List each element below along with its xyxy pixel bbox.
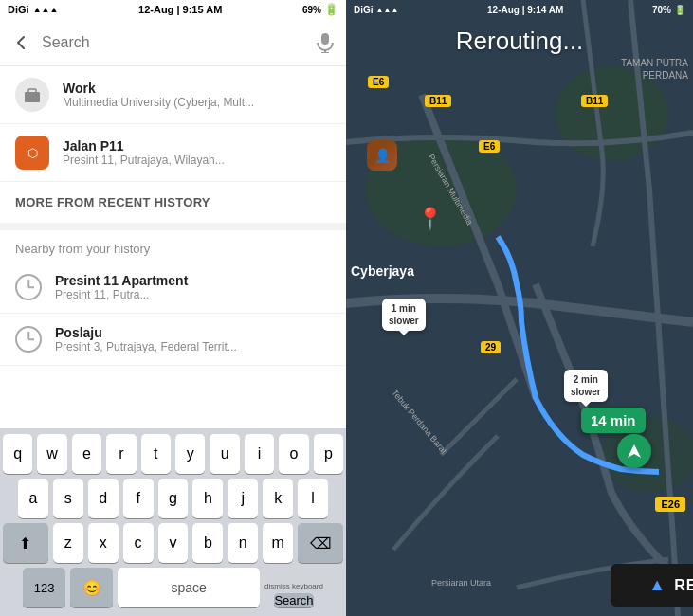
battery-group-right: 70% 🔋	[652, 5, 685, 15]
bubble2-line1: 2 min	[571, 373, 601, 386]
map-pin: 📍	[417, 207, 443, 231]
clock-icon-1	[15, 274, 42, 300]
key-g[interactable]: g	[158, 479, 189, 518]
rerouting-banner: Rerouting...	[346, 21, 693, 62]
key-k[interactable]: k	[263, 479, 293, 518]
work-subtitle: Multimedia University (Cyberja, Mult...	[63, 96, 331, 109]
back-button[interactable]	[9, 31, 32, 54]
status-right-left: DiGi ▲▲▲	[354, 5, 398, 15]
dismiss-keyboard-label: dismiss keyboard	[264, 582, 323, 590]
battery-icon-right: 🔋	[674, 5, 685, 15]
poslaju-text: Poslaju Presint 3, Putrajaya, Federal Te…	[55, 325, 331, 353]
key-f[interactable]: f	[123, 479, 154, 518]
time-left: 12-Aug | 9:15 AM	[138, 4, 222, 15]
carrier-left: DiGi	[8, 4, 29, 15]
key-space[interactable]: space	[118, 568, 260, 607]
clock-icon-2	[15, 326, 42, 353]
work-item-text: Work Multimedia University (Cyberja, Mul…	[63, 81, 331, 109]
key-r[interactable]: r	[106, 434, 136, 474]
keyboard: q w e r t y u i o p a s d f g h j k l ⬆ …	[0, 428, 346, 616]
search-key-wrap: dismiss keyboard Search	[264, 582, 323, 607]
road-badge-e6-1: E6	[368, 76, 389, 88]
keyboard-row-1: q w e r t y u i o p	[3, 434, 343, 474]
jalan-item-text: Jalan P11 Presint 11, Putrajaya, Wilayah…	[63, 138, 331, 167]
recent-item-jalan[interactable]: ⬡ Jalan P11 Presint 11, Putrajaya, Wilay…	[0, 124, 346, 182]
work-icon	[15, 78, 49, 112]
key-s[interactable]: s	[53, 479, 83, 518]
resume-label: RESUME	[674, 577, 693, 594]
status-bar-right: DiGi ▲▲▲ 12-Aug | 9:14 AM 70% 🔋	[346, 0, 693, 19]
key-t[interactable]: t	[141, 434, 171, 474]
svg-rect-0	[321, 33, 329, 45]
cyberjaya-label: Cyberjaya	[351, 263, 414, 279]
right-panel: DiGi ▲▲▲ 12-Aug | 9:14 AM 70% 🔋 Reroutin…	[346, 0, 693, 616]
signal-right: ▲▲▲	[376, 6, 399, 14]
keyboard-row-2: a s d f g h j k l	[3, 479, 343, 518]
search-key[interactable]: Search	[274, 593, 313, 607]
key-emoji[interactable]: 😊	[70, 568, 113, 607]
road-badge-e26: E26	[655, 497, 685, 512]
key-a[interactable]: a	[18, 479, 48, 518]
battery-right: 70%	[652, 5, 671, 15]
recent-section: Work Multimedia University (Cyberja, Mul…	[0, 66, 346, 230]
svg-rect-4	[28, 89, 36, 93]
microphone-icon[interactable]	[314, 31, 337, 54]
key-x[interactable]: x	[88, 523, 119, 563]
key-n[interactable]: n	[228, 523, 258, 563]
signal-left: ▲▲▲	[33, 5, 59, 14]
nearby-item-poslaju[interactable]: Poslaju Presint 3, Putrajaya, Federal Te…	[0, 314, 346, 366]
key-e[interactable]: e	[72, 434, 101, 474]
key-h[interactable]: h	[192, 479, 223, 518]
key-w[interactable]: w	[37, 434, 66, 474]
info-bubble-2min: 2 min slower	[564, 370, 608, 402]
jalan-title: Jalan P11	[63, 138, 331, 154]
nav-time-badge: 14 min	[581, 408, 646, 433]
battery-group-left: 69% 🔋	[302, 3, 338, 16]
more-history-button[interactable]: MORE FROM RECENT HISTORY	[0, 182, 346, 230]
keyboard-row-3: ⬆ z x c v b n m ⌫	[3, 523, 343, 563]
key-num[interactable]: 123	[23, 568, 65, 607]
key-shift[interactable]: ⬆	[3, 523, 48, 563]
key-m[interactable]: m	[263, 523, 293, 563]
nearby-section: Nearby from your history Presint 11 Apar…	[0, 230, 346, 366]
key-l[interactable]: l	[298, 479, 328, 518]
resume-arrow-icon: ▲	[648, 575, 666, 595]
key-d[interactable]: d	[88, 479, 119, 518]
key-delete[interactable]: ⌫	[298, 523, 343, 563]
bubble1-line2: slower	[389, 315, 419, 327]
key-q[interactable]: q	[3, 434, 32, 474]
poslaju-title: Poslaju	[55, 325, 331, 340]
work-title: Work	[63, 81, 331, 96]
keyboard-row-4: 123 😊 space dismiss keyboard Search	[3, 568, 343, 607]
key-b[interactable]: b	[192, 523, 223, 563]
recent-item-work[interactable]: Work Multimedia University (Cyberja, Mul…	[0, 66, 346, 124]
carrier-right: DiGi	[354, 5, 374, 15]
bubble1-line1: 1 min	[389, 302, 419, 315]
road-badge-e6-2: E6	[479, 140, 500, 153]
left-panel: DiGi ▲▲▲ 12-Aug | 9:15 AM 69% 🔋 Work	[0, 0, 346, 616]
presint-title: Presint 11 Apartment	[55, 273, 331, 288]
bubble2-line2: slower	[571, 386, 601, 398]
road-badge-29: 29	[481, 341, 501, 353]
poslaju-subtitle: Presint 3, Putrajaya, Federal Territ...	[55, 340, 331, 353]
key-u[interactable]: u	[210, 434, 239, 474]
key-y[interactable]: y	[175, 434, 205, 474]
search-input[interactable]	[42, 34, 304, 51]
key-z[interactable]: z	[53, 523, 83, 563]
status-bar-left: DiGi ▲▲▲ 12-Aug | 9:15 AM 69% 🔋	[0, 0, 346, 19]
key-i[interactable]: i	[245, 434, 274, 474]
search-input-wrap[interactable]	[42, 34, 304, 51]
jalan-icon: ⬡	[15, 136, 49, 170]
resume-button[interactable]: ▲ RESUME	[611, 564, 693, 607]
nearby-item-presint[interactable]: Presint 11 Apartment Presint 11, Putra..…	[0, 262, 346, 314]
key-j[interactable]: j	[228, 479, 258, 518]
status-left-group: DiGi ▲▲▲	[8, 4, 58, 15]
search-bar	[0, 19, 346, 66]
key-p[interactable]: p	[314, 434, 343, 474]
battery-icon-left: 🔋	[324, 3, 338, 16]
key-c[interactable]: c	[123, 523, 154, 563]
nearby-header: Nearby from your history	[0, 230, 346, 262]
key-v[interactable]: v	[158, 523, 189, 563]
road-badge-b11-2: B11	[581, 95, 608, 107]
key-o[interactable]: o	[279, 434, 308, 474]
